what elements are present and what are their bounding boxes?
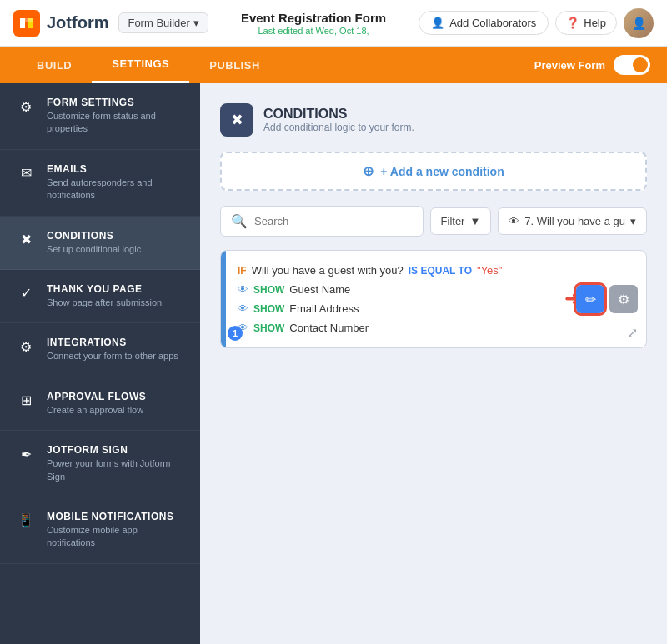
sidebar-item-emails[interactable]: ✉ EMAILS Send autoresponders and notific… <box>0 150 200 217</box>
filter-label: Filter <box>441 215 465 227</box>
content-area: ✖ CONDITIONS Add conditional logic to yo… <box>200 83 667 644</box>
is-equal-tag: IS EQUAL TO <box>409 265 472 277</box>
nav-tabs: BUILD SETTINGS PUBLISH Preview Form <box>0 47 667 83</box>
condition-number-badge: 1 <box>228 326 243 341</box>
preview-form-toggle[interactable] <box>614 55 650 75</box>
question-mark-icon: ❓ <box>566 17 579 29</box>
add-condition-button[interactable]: ⊕ + Add a new condition <box>220 152 647 191</box>
help-label: Help <box>584 17 606 29</box>
sidebar-form-settings-title: FORM SETTINGS <box>47 97 183 108</box>
svg-rect-0 <box>13 10 40 37</box>
sidebar-item-mobile-notifications[interactable]: 📱 MOBILE NOTIFICATIONS Customize mobile … <box>0 497 200 564</box>
plus-icon: ⊕ <box>363 163 374 179</box>
question-dropdown[interactable]: 👁 7. Will you have a gu ▾ <box>498 207 647 235</box>
chevron-dropdown-icon: ▾ <box>630 215 636 227</box>
sidebar: ⚙ FORM SETTINGS Customize form status an… <box>0 83 200 644</box>
avatar[interactable]: 👤 <box>624 8 654 38</box>
person-plus-icon: 👤 <box>431 17 444 29</box>
tab-publish[interactable]: PUBLISH <box>189 47 280 83</box>
sidebar-form-settings-subtitle: Customize form status and properties <box>47 110 183 136</box>
approval-icon: ⊞ <box>17 392 35 410</box>
condition-settings-button[interactable]: ⚙ <box>609 285 638 313</box>
sign-icon: ✒ <box>17 445 35 463</box>
conditions-icon: ✖ <box>17 231 35 249</box>
chevron-down-icon: ▾ <box>193 17 199 29</box>
main-layout: ⚙ FORM SETTINGS Customize form status an… <box>0 83 667 644</box>
add-collaborators-label: Add Collaborators <box>449 17 536 29</box>
sidebar-integrations-title: INTEGRATIONS <box>47 337 178 348</box>
sidebar-item-integrations[interactable]: ⚙ INTEGRATIONS Connect your form to othe… <box>0 323 200 377</box>
preview-form-label: Preview Form <box>534 59 605 72</box>
condition-if-row: IF Will you have a guest with you? IS EQ… <box>238 261 634 280</box>
filter-button[interactable]: Filter ▼ <box>430 207 492 235</box>
integrations-icon: ⚙ <box>17 337 35 356</box>
sidebar-item-form-settings[interactable]: ⚙ FORM SETTINGS Customize form status an… <box>0 83 200 150</box>
logo-area: Jotform <box>13 10 108 37</box>
add-condition-label: + Add a new condition <box>380 165 504 178</box>
eye-icon-0: 👁 <box>238 283 248 296</box>
sidebar-emails-title: EMAILS <box>47 163 183 175</box>
sidebar-item-conditions[interactable]: ✖ CONDITIONS Set up conditional logic <box>0 217 200 270</box>
search-input[interactable] <box>254 215 413 227</box>
header-actions: 👤 Add Collaborators ❓ Help 👤 <box>419 8 654 38</box>
condition-question: Will you have a guest with you? <box>252 264 404 277</box>
edit-condition-button[interactable]: ✏ <box>576 285 604 313</box>
logo-text: Jotform <box>47 13 108 32</box>
sidebar-sign-subtitle: Power your forms with Jotform Sign <box>47 457 183 483</box>
show-text-2: Contact Number <box>289 322 369 334</box>
show-tag-1: SHOW <box>253 303 284 315</box>
show-tag-2: SHOW <box>253 322 284 334</box>
add-collaborators-button[interactable]: 👤 Add Collaborators <box>419 11 549 35</box>
sidebar-item-approval-flows[interactable]: ⊞ APPROVAL FLOWS Create an approval flow <box>0 377 200 431</box>
email-icon: ✉ <box>17 164 35 182</box>
jotform-logo-icon <box>13 10 40 37</box>
show-tag-0: SHOW <box>253 284 284 296</box>
conditions-subtitle: Add conditional logic to your form. <box>263 122 414 133</box>
form-builder-label: Form Builder <box>128 17 189 29</box>
sidebar-item-thank-you[interactable]: ✓ THANK YOU PAGE Show page after submiss… <box>0 270 200 323</box>
tab-build[interactable]: BUILD <box>17 47 92 83</box>
mobile-icon: 📱 <box>17 512 35 530</box>
expand-button[interactable]: ⤢ <box>627 325 638 341</box>
tab-settings[interactable]: SETTINGS <box>92 47 189 83</box>
if-tag: IF <box>238 265 247 277</box>
action-buttons: ✏ ⚙ <box>576 285 638 313</box>
condition-value: "Yes" <box>477 264 502 277</box>
sidebar-mobile-subtitle: Customize mobile app notifications <box>47 524 183 550</box>
avatar-initials: 👤 <box>632 17 646 30</box>
eye-icon-1: 👁 <box>238 302 248 315</box>
sidebar-item-jotform-sign[interactable]: ✒ JOTFORM SIGN Power your forms with Jot… <box>0 431 200 497</box>
sidebar-approval-title: APPROVAL FLOWS <box>47 391 146 402</box>
sidebar-conditions-subtitle: Set up conditional logic <box>47 243 141 256</box>
top-header: Jotform Form Builder ▾ Event Registratio… <box>0 0 667 47</box>
sidebar-emails-subtitle: Send autoresponders and notifications <box>47 177 183 202</box>
search-icon: 🔍 <box>231 213 248 229</box>
form-builder-button[interactable]: Form Builder ▾ <box>118 12 208 33</box>
sidebar-integrations-subtitle: Connect your form to other apps <box>47 350 178 362</box>
conditions-header-icon: ✖ <box>220 103 253 137</box>
sidebar-conditions-title: CONDITIONS <box>47 230 141 242</box>
condition-show-row-2: 👁 SHOW Contact Number <box>238 318 634 337</box>
search-box: 🔍 <box>220 206 424 237</box>
form-title: Event Registration Form <box>218 11 409 25</box>
sidebar-mobile-title: MOBILE NOTIFICATIONS <box>47 511 183 522</box>
sidebar-thankyou-title: THANK YOU PAGE <box>47 283 162 295</box>
sidebar-sign-title: JOTFORM SIGN <box>47 444 183 456</box>
checkmark-icon: ✓ <box>17 284 35 302</box>
eye-dropdown-icon: 👁 <box>509 215 519 227</box>
last-edited-text: Last edited at Wed, Oct 18, <box>218 26 409 36</box>
preview-area: Preview Form <box>534 55 650 75</box>
search-filter-row: 🔍 Filter ▼ 👁 7. Will you have a gu ▾ <box>220 206 647 237</box>
conditions-header: ✖ CONDITIONS Add conditional logic to yo… <box>220 103 647 137</box>
header-center: Event Registration Form Last edited at W… <box>218 11 409 36</box>
gear-icon: ⚙ <box>17 97 35 116</box>
show-text-1: Email Address <box>289 302 359 315</box>
sidebar-thankyou-subtitle: Show page after submission <box>47 297 162 309</box>
condition-card: IF Will you have a guest with you? IS EQ… <box>220 250 647 348</box>
question-dropdown-label: 7. Will you have a gu <box>524 215 625 227</box>
sidebar-approval-subtitle: Create an approval flow <box>47 404 146 417</box>
conditions-title: CONDITIONS <box>263 107 414 122</box>
help-button[interactable]: ❓ Help <box>555 11 617 35</box>
filter-icon: ▼ <box>469 215 480 227</box>
show-text-0: Guest Name <box>289 283 350 296</box>
